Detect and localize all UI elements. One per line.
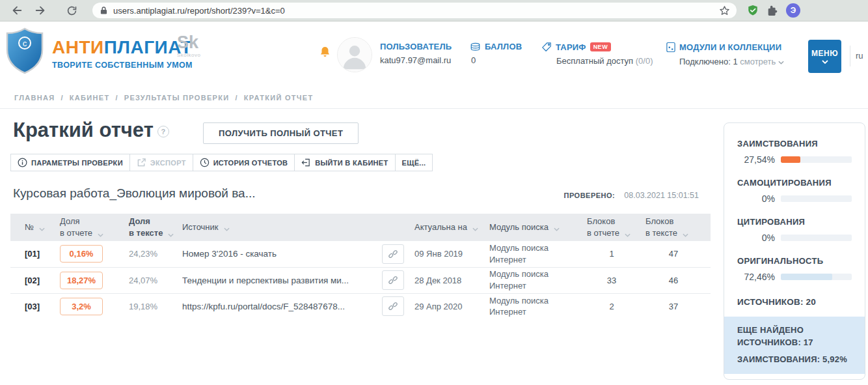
progress-bar — [781, 156, 852, 163]
page-title: Краткий отчет — [13, 119, 154, 141]
col-header-actual[interactable]: Актуальна на — [414, 214, 489, 241]
user-info-block[interactable]: ПОЛЬЗОВАТЕЛЬ katu97.97@mail.ru — [380, 42, 452, 65]
breadcrumb-results[interactable]: РЕЗУЛЬТАТЫ ПРОВЕРКИ — [124, 94, 230, 102]
blocks-in-text: 46 — [645, 267, 711, 293]
exit-icon — [301, 158, 311, 167]
sort-chevron-icon[interactable] — [168, 233, 174, 237]
metric-originality: ОРИГИНАЛЬНОСТЬ 72,46% — [737, 256, 852, 295]
col-header-share-report[interactable]: Доля в отчете — [56, 214, 129, 241]
share-report-badge: 18,27% — [60, 272, 103, 289]
sort-chevron-icon[interactable] — [224, 227, 230, 231]
source-link-button[interactable] — [382, 244, 404, 264]
col-header-source[interactable]: Источник — [182, 214, 382, 241]
menu-button[interactable]: МЕНЮ — [808, 40, 841, 73]
check-parameters-button[interactable]: ПАРАМЕТРЫ ПРОВЕРКИ — [10, 154, 130, 171]
user-role-label: ПОЛЬЗОВАТЕЛЬ — [380, 42, 452, 51]
progress-bar — [781, 235, 852, 241]
history-clock-icon — [200, 158, 210, 167]
more-found-sources: ИСТОЧНИКОВ: 17 — [737, 337, 852, 349]
source-number: [01] — [10, 241, 56, 267]
actual-date: 29 Апр 2020 — [414, 293, 489, 319]
bookmark-star-icon[interactable] — [719, 5, 730, 16]
col-header-num[interactable]: № — [10, 214, 56, 241]
logo-wordmark: АНТИПЛАГИАТ — [52, 38, 193, 57]
source-title-link[interactable]: https://kpfu.ru/portal/docs/F_528487678.… — [182, 293, 382, 319]
sort-chevron-icon[interactable] — [472, 227, 478, 231]
breadcrumb-separator: / — [115, 94, 118, 102]
blocks-in-report: 33 — [587, 267, 645, 293]
svg-text:c: c — [23, 38, 27, 48]
share-text-value: 24,07% — [129, 267, 182, 293]
exit-to-cabinet-button[interactable]: ВЫЙТИ В КАБИНЕТ — [294, 154, 395, 171]
source-title-link[interactable]: Номер 3'2016 - скачать — [182, 241, 382, 267]
document-title: Курсовая работа_Эволюция мировой ва... — [13, 186, 256, 201]
browser-profile-avatar[interactable]: Э — [786, 3, 800, 18]
browser-forward-button[interactable] — [31, 1, 49, 20]
address-bar[interactable]: users.antiplagiat.ru/report/short/239?v=… — [92, 3, 737, 18]
report-history-button[interactable]: ИСТОРИЯ ОТЧЕТОВ — [193, 154, 295, 171]
more-button[interactable]: ЕЩЁ... — [395, 154, 433, 171]
metric-value: 0% — [737, 193, 775, 204]
tariff-plan: Бесплатный доступ — [556, 56, 633, 66]
sort-chevron-icon[interactable] — [39, 227, 45, 231]
blocks-in-report: 2 — [587, 293, 645, 319]
metric-self-citations: САМОЦИТИРОВАНИЯ 0% — [737, 178, 852, 217]
table-row: [01] 0,16% 24,23% Номер 3'2016 - скачать… — [10, 241, 711, 267]
get-full-report-button[interactable]: ПОЛУЧИТЬ ПОЛНЫЙ ОТЧЕТ — [203, 122, 359, 144]
col-header-module[interactable]: Модуль поиска — [489, 214, 587, 241]
sort-chevron-icon[interactable] — [554, 227, 560, 231]
sources-count: ИСТОЧНИКОВ: 20 — [737, 297, 852, 307]
modules-block: МОДУЛИ И КОЛЛЕКЦИИ Подключено: 1 смотрет… — [666, 42, 784, 66]
checked-datetime: 08.03.2021 15:01:51 — [624, 191, 699, 200]
user-avatar[interactable] — [337, 37, 372, 72]
browser-reload-button[interactable] — [62, 1, 81, 20]
document-modules-icon — [666, 42, 675, 53]
points-block[interactable]: БАЛЛОВ 0 — [470, 42, 522, 65]
more-found-line1: ЕЩЕ НАЙДЕНО — [737, 324, 852, 337]
logo-tagline: ТВОРИТЕ СОБСТВЕННЫМ УМОМ — [52, 61, 193, 70]
breadcrumb-home[interactable]: ГЛАВНАЯ — [14, 94, 55, 102]
extensions-puzzle-icon[interactable] — [766, 5, 778, 16]
sort-chevron-icon[interactable] — [98, 233, 103, 237]
share-text-value: 24,23% — [129, 241, 182, 267]
help-icon[interactable]: ? — [157, 126, 169, 137]
notifications-bell-icon[interactable] — [319, 46, 331, 59]
source-link-button[interactable] — [382, 296, 404, 316]
browser-back-button[interactable] — [8, 1, 26, 20]
sort-chevron-icon[interactable] — [625, 233, 631, 237]
modules-label: МОДУЛИ И КОЛЛЕКЦИИ — [679, 42, 781, 52]
breadcrumb-separator: / — [235, 94, 237, 102]
tariff-quota: (0/0) — [636, 56, 653, 66]
share-text-value: 19,18% — [129, 293, 182, 319]
antiplagiat-logo[interactable]: c АНТИПЛАГИАТ ТВОРИТЕ СОБСТВЕННЫМ УМОМ — [5, 27, 193, 74]
breadcrumb-cabinet[interactable]: КАБИНЕТ — [70, 94, 110, 102]
site-header: c АНТИПЛАГИАТ ТВОРИТЕ СОБСТВЕННЫМ УМОМ S… — [0, 22, 868, 87]
info-icon — [18, 158, 27, 167]
metric-value: 27,54% — [737, 154, 775, 165]
language-switcher[interactable]: ru — [856, 51, 863, 61]
metric-citations: ЦИТИРОВАНИЯ 0% — [737, 217, 852, 256]
col-header-blocks-report[interactable]: Блоков в отчете — [587, 214, 645, 241]
col-header-blocks-text[interactable]: Блоков в тексте — [645, 214, 711, 241]
report-toolbar: ПАРАМЕТРЫ ПРОВЕРКИ ЭКСПОРТ ИСТОРИЯ ОТЧЕТ… — [10, 154, 433, 171]
share-report-badge: 3,2% — [60, 298, 103, 315]
chevron-down-icon[interactable] — [778, 61, 784, 64]
sources-table: № Доля в отчете Доля в тексте Источник А… — [10, 214, 711, 319]
adblock-shield-icon[interactable] — [747, 5, 759, 16]
metric-value: 72,46% — [737, 272, 775, 282]
report-summary-panel: ЗАИМСТВОВАНИЯ 27,54% САМОЦИТИРОВАНИЯ 0% … — [724, 122, 865, 380]
source-title-link[interactable]: Тенденции и перспективы развития ми... — [182, 267, 382, 293]
coins-icon — [470, 42, 481, 51]
actual-date: 28 Дек 2018 — [414, 267, 489, 293]
export-icon — [137, 158, 146, 167]
shield-logo-icon: c — [5, 27, 44, 74]
more-found-box: ЕЩЕ НАЙДЕНО ИСТОЧНИКОВ: 17 ЗАИМСТВОВАНИЯ… — [724, 317, 865, 374]
col-header-share-text[interactable]: Доля в тексте — [129, 214, 182, 241]
breadcrumb: ГЛАВНАЯ / КАБИНЕТ / РЕЗУЛЬТАТЫ ПРОВЕРКИ … — [0, 87, 868, 109]
source-link-button[interactable] — [382, 270, 404, 290]
table-header-row: № Доля в отчете Доля в тексте Источник А… — [10, 214, 711, 241]
tariff-block[interactable]: ТАРИФ NEW Бесплатный доступ (0/0) — [541, 42, 653, 66]
sort-chevron-icon[interactable] — [683, 233, 688, 237]
modules-view-link[interactable]: смотреть — [740, 57, 776, 66]
points-label: БАЛЛОВ — [485, 42, 522, 51]
